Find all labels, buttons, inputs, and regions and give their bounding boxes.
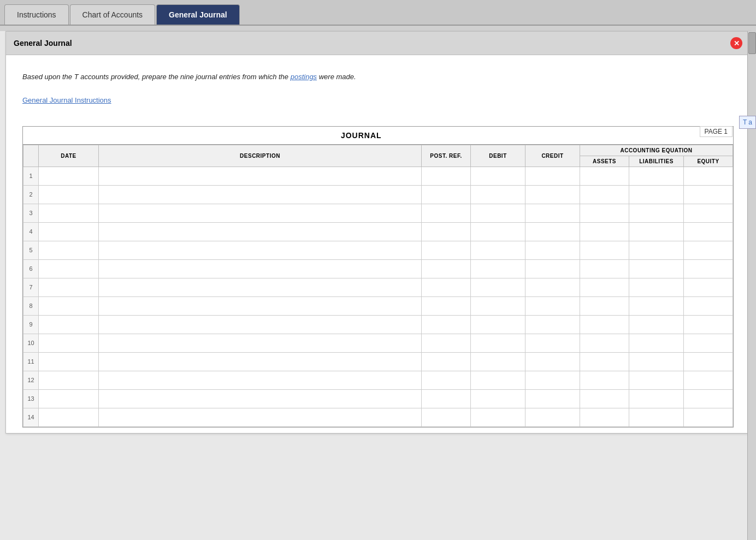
cell-input-col-credit[interactable] [528, 413, 577, 421]
cell-input-col-assets[interactable] [582, 376, 627, 384]
cell-input-col-credit[interactable] [528, 302, 577, 310]
tab-general-journal[interactable]: General Journal [156, 4, 240, 25]
cell-input-col-date[interactable] [41, 302, 96, 310]
cell-input-col-credit[interactable] [528, 191, 577, 198]
cell-input-col-liabilities[interactable] [631, 413, 681, 421]
cell-input-col-liabilities[interactable] [631, 302, 681, 310]
cell-input-col-liabilities[interactable] [631, 209, 681, 217]
cell-input-col-assets[interactable] [582, 209, 627, 217]
cell-input-col-debit[interactable] [473, 191, 523, 198]
cell-input-col-liabilities[interactable] [631, 172, 681, 180]
cell-input-col-date[interactable] [41, 191, 96, 198]
cell-input-col-desc[interactable] [101, 395, 419, 402]
cell-input-col-equity[interactable] [686, 246, 730, 254]
cell-input-col-assets[interactable] [582, 339, 627, 347]
cell-input-col-equity[interactable] [686, 228, 730, 235]
cell-input-col-liabilities[interactable] [631, 376, 681, 384]
cell-input-col-date[interactable] [41, 321, 96, 328]
cell-input-col-assets[interactable] [582, 283, 627, 291]
cell-input-col-debit[interactable] [473, 358, 523, 365]
cell-input-col-desc[interactable] [101, 246, 419, 254]
cell-input-col-desc[interactable] [101, 283, 419, 291]
cell-input-col-date[interactable] [41, 209, 96, 217]
cell-input-col-liabilities[interactable] [631, 339, 681, 347]
cell-input-col-equity[interactable] [686, 191, 730, 198]
cell-input-col-date[interactable] [41, 358, 96, 365]
cell-input-col-equity[interactable] [686, 376, 730, 384]
cell-input-col-desc[interactable] [101, 339, 419, 347]
cell-input-col-credit[interactable] [528, 265, 577, 272]
cell-input-col-equity[interactable] [686, 172, 730, 180]
cell-input-col-postref[interactable] [424, 376, 468, 384]
scrollbar-thumb[interactable] [748, 32, 756, 54]
cell-input-col-postref[interactable] [424, 321, 468, 328]
cell-input-col-liabilities[interactable] [631, 265, 681, 272]
cell-input-col-desc[interactable] [101, 302, 419, 310]
cell-input-col-desc[interactable] [101, 209, 419, 217]
cell-input-col-postref[interactable] [424, 395, 468, 402]
cell-input-col-desc[interactable] [101, 172, 419, 180]
cell-input-col-debit[interactable] [473, 246, 523, 254]
cell-input-col-debit[interactable] [473, 413, 523, 421]
cell-input-col-postref[interactable] [424, 413, 468, 421]
cell-input-col-assets[interactable] [582, 191, 627, 198]
cell-input-col-assets[interactable] [582, 395, 627, 402]
cell-input-col-desc[interactable] [101, 265, 419, 272]
cell-input-col-liabilities[interactable] [631, 191, 681, 198]
cell-input-col-desc[interactable] [101, 191, 419, 198]
scrollbar[interactable] [747, 31, 756, 540]
cell-input-col-assets[interactable] [582, 302, 627, 310]
cell-input-col-liabilities[interactable] [631, 283, 681, 291]
cell-input-col-equity[interactable] [686, 302, 730, 310]
cell-input-col-credit[interactable] [528, 358, 577, 365]
cell-input-col-assets[interactable] [582, 358, 627, 365]
cell-input-col-equity[interactable] [686, 339, 730, 347]
cell-input-col-desc[interactable] [101, 321, 419, 328]
tab-chart-of-accounts[interactable]: Chart of Accounts [70, 4, 156, 25]
cell-input-col-postref[interactable] [424, 209, 468, 217]
cell-input-col-debit[interactable] [473, 283, 523, 291]
cell-input-col-desc[interactable] [101, 376, 419, 384]
cell-input-col-postref[interactable] [424, 172, 468, 180]
cell-input-col-debit[interactable] [473, 339, 523, 347]
cell-input-col-date[interactable] [41, 172, 96, 180]
cell-input-col-credit[interactable] [528, 228, 577, 235]
cell-input-col-credit[interactable] [528, 283, 577, 291]
cell-input-col-credit[interactable] [528, 209, 577, 217]
cell-input-col-postref[interactable] [424, 191, 468, 198]
cell-input-col-credit[interactable] [528, 376, 577, 384]
cell-input-col-assets[interactable] [582, 228, 627, 235]
cell-input-col-date[interactable] [41, 413, 96, 421]
cell-input-col-debit[interactable] [473, 265, 523, 272]
cell-input-col-postref[interactable] [424, 339, 468, 347]
cell-input-col-liabilities[interactable] [631, 246, 681, 254]
tab-instructions[interactable]: Instructions [4, 4, 69, 25]
cell-input-col-date[interactable] [41, 265, 96, 272]
cell-input-col-equity[interactable] [686, 395, 730, 402]
cell-input-col-liabilities[interactable] [631, 321, 681, 328]
cell-input-col-debit[interactable] [473, 321, 523, 328]
cell-input-col-credit[interactable] [528, 321, 577, 328]
cell-input-col-debit[interactable] [473, 376, 523, 384]
cell-input-col-postref[interactable] [424, 358, 468, 365]
cell-input-col-debit[interactable] [473, 302, 523, 310]
general-journal-instructions-link[interactable]: General Journal Instructions [22, 96, 734, 104]
cell-input-col-postref[interactable] [424, 283, 468, 291]
cell-input-col-date[interactable] [41, 376, 96, 384]
cell-input-col-date[interactable] [41, 246, 96, 254]
cell-input-col-credit[interactable] [528, 172, 577, 180]
cell-input-col-debit[interactable] [473, 209, 523, 217]
cell-input-col-equity[interactable] [686, 358, 730, 365]
cell-input-col-date[interactable] [41, 228, 96, 235]
cell-input-col-postref[interactable] [424, 228, 468, 235]
cell-input-col-desc[interactable] [101, 358, 419, 365]
cell-input-col-assets[interactable] [582, 172, 627, 180]
cell-input-col-postref[interactable] [424, 265, 468, 272]
cell-input-col-liabilities[interactable] [631, 228, 681, 235]
cell-input-col-date[interactable] [41, 395, 96, 402]
cell-input-col-equity[interactable] [686, 321, 730, 328]
cell-input-col-postref[interactable] [424, 246, 468, 254]
cell-input-col-date[interactable] [41, 283, 96, 291]
cell-input-col-assets[interactable] [582, 321, 627, 328]
close-button[interactable]: ✕ [730, 37, 742, 49]
